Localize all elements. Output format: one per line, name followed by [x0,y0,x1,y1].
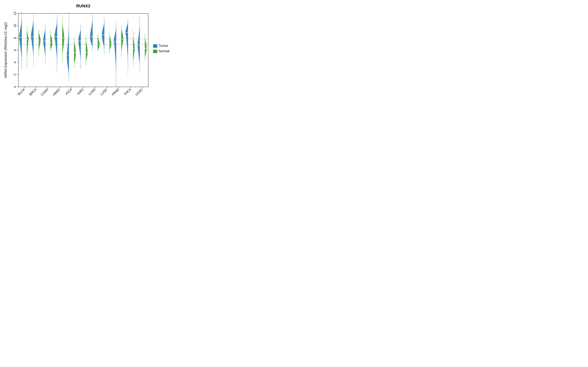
x-tick-label: HNSC [52,87,61,96]
tumor-bean [114,23,116,87]
x-tick-label: LUAD [88,87,96,96]
y-axis-label: mRNA Expression (RNASeq V2, log2) [4,22,8,78]
normal-bean [62,16,64,63]
x-tick-label: BRCA [28,87,37,96]
x-tick-label: BLCA [17,87,26,96]
normal-bean [110,32,111,53]
y-tick-label: 6 [13,49,17,51]
tumor-bean [90,12,93,51]
normal-bean [121,25,123,58]
y-tick-label: 2 [13,74,17,75]
x-tick-label: KICH [65,87,73,95]
tumor-bean [102,17,104,54]
normal-bean [74,37,76,67]
normal-bean [39,29,41,56]
x-tick-label: LUSC [100,87,108,96]
y-tick-label: 10 [13,24,17,27]
x-tick-label: THCA [123,87,132,96]
y-tick-label: 0 [13,86,17,88]
chart-container: RUNX2024681012mRNA Expression (RNASeq V2… [0,0,176,110]
legend-label-normal: Normal [159,49,169,53]
y-tick-label: 12 [13,12,17,15]
legend-swatch-normal [153,50,157,53]
chart-title: RUNX2 [76,4,90,8]
x-tick-label: COAD [40,87,49,97]
bean-plot: RUNX2024681012mRNA Expression (RNASeq V2… [0,0,176,110]
tumor-bean [78,25,81,69]
normal-bean [86,35,87,66]
x-tick-label: UCEC [135,87,144,96]
y-tick-label: 8 [13,37,17,39]
plot-border [18,13,148,87]
x-tick-label: PRAD [111,87,120,96]
tumor-bean [43,25,45,64]
tumor-bean [125,18,128,75]
tumor-bean [67,12,69,82]
legend-label-tumor: Tumor [159,44,168,48]
y-tick-label: 4 [13,62,17,63]
x-tick-label: KIRC [77,87,85,95]
normal-bean [27,26,29,69]
legend-swatch-tumor [153,44,157,48]
